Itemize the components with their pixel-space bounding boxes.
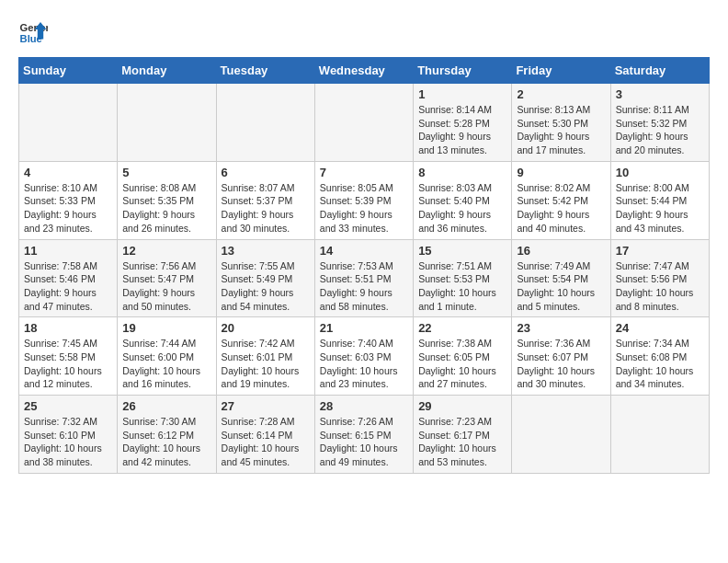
day-number: 27 <box>222 399 310 413</box>
logo-icon: General Blue <box>18 18 48 48</box>
day-info: Sunrise: 7:28 AM Sunset: 6:14 PM Dayligh… <box>222 415 310 469</box>
day-info: Sunrise: 7:58 AM Sunset: 5:46 PM Dayligh… <box>24 259 112 314</box>
day-info: Sunrise: 8:13 AM Sunset: 5:30 PM Dayligh… <box>517 103 605 157</box>
day-info: Sunrise: 7:49 AM Sunset: 5:54 PM Dayligh… <box>517 259 605 314</box>
calendar-cell <box>314 84 413 162</box>
calendar-week-row: 18Sunrise: 7:45 AM Sunset: 5:58 PM Dayli… <box>19 317 710 396</box>
day-number: 25 <box>24 399 112 413</box>
day-number: 17 <box>616 244 704 258</box>
calendar-cell: 15Sunrise: 7:51 AM Sunset: 5:53 PM Dayli… <box>414 239 512 317</box>
calendar-cell: 7Sunrise: 8:05 AM Sunset: 5:39 PM Daylig… <box>314 161 413 239</box>
calendar-cell: 24Sunrise: 7:34 AM Sunset: 6:08 PM Dayli… <box>610 317 709 396</box>
day-info: Sunrise: 7:45 AM Sunset: 5:58 PM Dayligh… <box>24 337 112 391</box>
calendar-cell: 17Sunrise: 7:47 AM Sunset: 5:56 PM Dayli… <box>610 239 709 317</box>
day-info: Sunrise: 7:51 AM Sunset: 5:53 PM Dayligh… <box>418 259 506 314</box>
calendar-cell <box>512 396 610 474</box>
day-number: 5 <box>122 166 210 179</box>
day-info: Sunrise: 8:03 AM Sunset: 5:40 PM Dayligh… <box>418 181 506 236</box>
day-info: Sunrise: 8:14 AM Sunset: 5:28 PM Dayligh… <box>418 103 506 157</box>
day-number: 19 <box>122 321 210 335</box>
day-info: Sunrise: 8:11 AM Sunset: 5:32 PM Dayligh… <box>616 103 704 157</box>
day-number: 7 <box>320 166 408 179</box>
day-info: Sunrise: 8:05 AM Sunset: 5:39 PM Dayligh… <box>320 181 408 236</box>
calendar-cell: 23Sunrise: 7:36 AM Sunset: 6:07 PM Dayli… <box>512 317 610 396</box>
day-info: Sunrise: 7:38 AM Sunset: 6:05 PM Dayligh… <box>418 337 506 391</box>
calendar-cell: 1Sunrise: 8:14 AM Sunset: 5:28 PM Daylig… <box>414 84 512 162</box>
calendar-week-row: 11Sunrise: 7:58 AM Sunset: 5:46 PM Dayli… <box>19 239 710 317</box>
weekday-header: Friday <box>512 58 610 84</box>
day-number: 28 <box>320 399 408 413</box>
weekday-header: Wednesday <box>314 58 413 84</box>
calendar-cell: 2Sunrise: 8:13 AM Sunset: 5:30 PM Daylig… <box>512 84 610 162</box>
calendar-cell: 4Sunrise: 8:10 AM Sunset: 5:33 PM Daylig… <box>19 161 118 239</box>
day-number: 21 <box>320 321 408 335</box>
calendar-cell: 19Sunrise: 7:44 AM Sunset: 6:00 PM Dayli… <box>118 317 216 396</box>
day-info: Sunrise: 8:10 AM Sunset: 5:33 PM Dayligh… <box>24 181 112 236</box>
calendar-cell: 27Sunrise: 7:28 AM Sunset: 6:14 PM Dayli… <box>216 396 314 474</box>
day-info: Sunrise: 7:26 AM Sunset: 6:15 PM Dayligh… <box>320 415 408 469</box>
calendar-cell: 21Sunrise: 7:40 AM Sunset: 6:03 PM Dayli… <box>314 317 413 396</box>
day-number: 22 <box>418 321 506 335</box>
weekday-header: Tuesday <box>216 58 314 84</box>
calendar-cell: 6Sunrise: 8:07 AM Sunset: 5:37 PM Daylig… <box>216 161 314 239</box>
day-info: Sunrise: 7:32 AM Sunset: 6:10 PM Dayligh… <box>24 415 112 469</box>
day-info: Sunrise: 8:00 AM Sunset: 5:44 PM Dayligh… <box>616 181 704 236</box>
day-number: 4 <box>24 166 112 179</box>
day-info: Sunrise: 7:40 AM Sunset: 6:03 PM Dayligh… <box>320 337 408 391</box>
day-number: 3 <box>616 87 704 101</box>
calendar-week-row: 4Sunrise: 8:10 AM Sunset: 5:33 PM Daylig… <box>19 161 710 239</box>
calendar-cell: 22Sunrise: 7:38 AM Sunset: 6:05 PM Dayli… <box>414 317 512 396</box>
day-number: 24 <box>616 321 704 335</box>
weekday-header: Saturday <box>610 58 709 84</box>
calendar-cell: 13Sunrise: 7:55 AM Sunset: 5:49 PM Dayli… <box>216 239 314 317</box>
day-number: 26 <box>122 399 210 413</box>
day-number: 23 <box>517 321 605 335</box>
day-info: Sunrise: 7:55 AM Sunset: 5:49 PM Dayligh… <box>222 259 310 314</box>
day-info: Sunrise: 7:56 AM Sunset: 5:47 PM Dayligh… <box>122 259 210 314</box>
header: General Blue <box>18 18 710 48</box>
calendar-cell: 9Sunrise: 8:02 AM Sunset: 5:42 PM Daylig… <box>512 161 610 239</box>
day-number: 20 <box>222 321 310 335</box>
day-info: Sunrise: 7:23 AM Sunset: 6:17 PM Dayligh… <box>418 415 506 469</box>
calendar-cell: 20Sunrise: 7:42 AM Sunset: 6:01 PM Dayli… <box>216 317 314 396</box>
calendar-cell: 10Sunrise: 8:00 AM Sunset: 5:44 PM Dayli… <box>610 161 709 239</box>
day-info: Sunrise: 7:42 AM Sunset: 6:01 PM Dayligh… <box>222 337 310 391</box>
day-info: Sunrise: 8:07 AM Sunset: 5:37 PM Dayligh… <box>222 181 310 236</box>
calendar-cell: 26Sunrise: 7:30 AM Sunset: 6:12 PM Dayli… <box>118 396 216 474</box>
day-number: 8 <box>418 166 506 179</box>
calendar-cell <box>610 396 709 474</box>
day-info: Sunrise: 7:36 AM Sunset: 6:07 PM Dayligh… <box>517 337 605 391</box>
weekday-header: Thursday <box>414 58 512 84</box>
day-number: 11 <box>24 244 112 258</box>
day-info: Sunrise: 7:30 AM Sunset: 6:12 PM Dayligh… <box>122 415 210 469</box>
calendar-header: SundayMondayTuesdayWednesdayThursdayFrid… <box>19 58 710 84</box>
calendar-cell: 8Sunrise: 8:03 AM Sunset: 5:40 PM Daylig… <box>414 161 512 239</box>
logo: General Blue <box>18 18 48 48</box>
day-number: 2 <box>517 87 605 101</box>
calendar-cell: 5Sunrise: 8:08 AM Sunset: 5:35 PM Daylig… <box>118 161 216 239</box>
calendar-cell <box>19 84 118 162</box>
day-info: Sunrise: 8:08 AM Sunset: 5:35 PM Dayligh… <box>122 181 210 236</box>
day-number: 15 <box>418 244 506 258</box>
calendar-week-row: 25Sunrise: 7:32 AM Sunset: 6:10 PM Dayli… <box>19 396 710 474</box>
calendar-cell <box>118 84 216 162</box>
day-number: 14 <box>320 244 408 258</box>
calendar-cell: 12Sunrise: 7:56 AM Sunset: 5:47 PM Dayli… <box>118 239 216 317</box>
day-number: 9 <box>517 166 605 179</box>
calendar-week-row: 1Sunrise: 8:14 AM Sunset: 5:28 PM Daylig… <box>19 84 710 162</box>
calendar-cell: 25Sunrise: 7:32 AM Sunset: 6:10 PM Dayli… <box>19 396 118 474</box>
day-number: 1 <box>418 87 506 101</box>
calendar-table: SundayMondayTuesdayWednesdayThursdayFrid… <box>18 57 710 474</box>
calendar-cell <box>216 84 314 162</box>
day-info: Sunrise: 7:44 AM Sunset: 6:00 PM Dayligh… <box>122 337 210 391</box>
day-number: 6 <box>222 166 310 179</box>
weekday-header: Sunday <box>19 58 118 84</box>
day-number: 10 <box>616 166 704 179</box>
calendar-cell: 29Sunrise: 7:23 AM Sunset: 6:17 PM Dayli… <box>414 396 512 474</box>
day-number: 13 <box>222 244 310 258</box>
day-number: 29 <box>418 399 506 413</box>
calendar-cell: 16Sunrise: 7:49 AM Sunset: 5:54 PM Dayli… <box>512 239 610 317</box>
day-info: Sunrise: 7:53 AM Sunset: 5:51 PM Dayligh… <box>320 259 408 314</box>
calendar-cell: 28Sunrise: 7:26 AM Sunset: 6:15 PM Dayli… <box>314 396 413 474</box>
day-info: Sunrise: 7:47 AM Sunset: 5:56 PM Dayligh… <box>616 259 704 314</box>
